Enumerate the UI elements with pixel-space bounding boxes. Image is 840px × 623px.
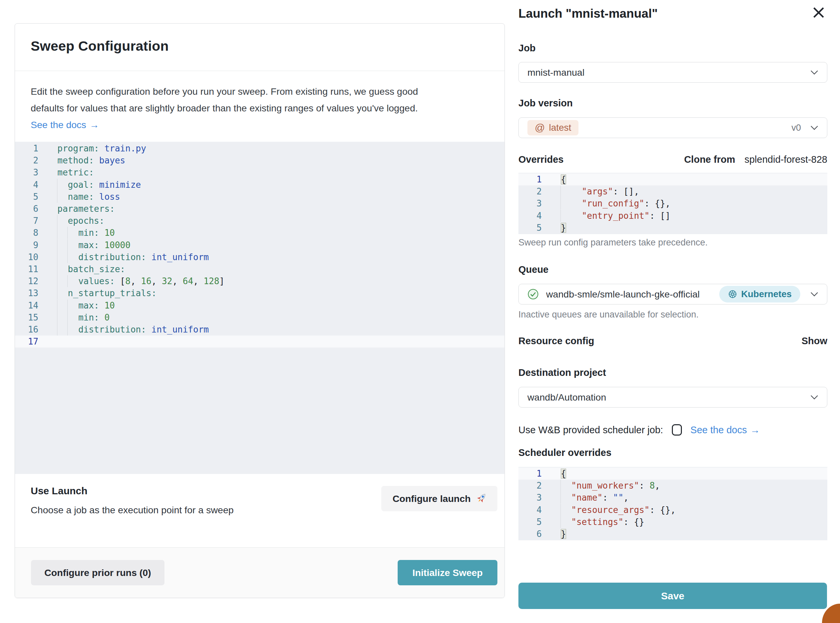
use-launch-section: Use Launch Choose a job as the execution…	[15, 474, 504, 533]
job-select-value: mnist-manual	[527, 67, 585, 78]
kubernetes-badge: Kubernetes	[719, 286, 800, 302]
at-icon: @	[535, 122, 545, 134]
launch-drawer: Launch "mnist-manual" × Job mnist-manual…	[514, 0, 840, 623]
queue-label: Queue	[518, 264, 827, 275]
latest-version-badge: @ latest	[527, 120, 579, 135]
resource-config-row: Resource config Show	[518, 336, 827, 347]
sweep-config-editor[interactable]: 1program: train.py2method: bayes3metric:…	[15, 142, 504, 474]
arrow-right-icon: →	[750, 425, 760, 435]
check-circle-icon	[527, 288, 539, 300]
resource-config-show-button[interactable]: Show	[802, 336, 827, 347]
job-label: Job	[518, 43, 827, 54]
rocket-icon	[473, 490, 489, 506]
save-button[interactable]: Save	[518, 583, 827, 609]
sweep-card-header: Sweep Configuration	[15, 24, 504, 71]
scheduler-overrides-label: Scheduler overrides	[518, 447, 827, 458]
resource-config-label: Resource config	[518, 336, 594, 347]
launch-drawer-title: Launch "mnist-manual"	[518, 7, 827, 21]
initialize-sweep-button[interactable]: Initialize Sweep	[398, 560, 498, 585]
scheduler-overrides-editor[interactable]: 1{2 "num_workers": 8,3 "name": "",4 "res…	[518, 467, 827, 540]
sweep-card-footer: Configure prior runs (0) Initialize Swee…	[15, 547, 504, 598]
destination-project-label: Destination project	[518, 367, 827, 378]
job-version-select[interactable]: @ latest v0	[518, 117, 827, 138]
scheduler-job-row: Use W&B provided scheduler job: See the …	[518, 424, 827, 436]
arrow-right-icon: →	[89, 120, 99, 130]
queue-select[interactable]: wandb-smle/smle-launch-gke-official Kube…	[518, 284, 827, 304]
clone-from-run-name[interactable]: splendid-forest-828	[745, 154, 827, 165]
scheduler-job-label: Use W&B provided scheduler job:	[518, 425, 663, 436]
see-the-docs-link[interactable]: See the docs→	[31, 117, 99, 133]
sweep-configuration-card: Sweep Configuration Edit the sweep confi…	[15, 23, 505, 598]
scheduler-job-checkbox[interactable]	[672, 424, 682, 436]
destination-project-select[interactable]: wandb/Automation	[518, 387, 827, 408]
sweep-card-title: Sweep Configuration	[31, 38, 489, 54]
chevron-down-icon	[810, 126, 819, 130]
overrides-editor[interactable]: 1{2 "args": [],3 "run_config": {},4 "ent…	[518, 173, 827, 234]
job-version-label: Job version	[518, 98, 827, 109]
kubernetes-icon	[728, 290, 737, 299]
scheduler-docs-link[interactable]: See the docs→	[691, 425, 760, 436]
overrides-caption: Sweep run config parameters take precede…	[518, 238, 827, 248]
overrides-label: Overrides	[518, 154, 564, 165]
description-line-2: defaults for values that are slightly br…	[31, 100, 489, 117]
version-number: v0	[791, 123, 801, 133]
chevron-down-icon	[810, 395, 819, 400]
chevron-down-icon	[810, 292, 819, 297]
queue-select-value: wandb-smle/smle-launch-gke-official	[546, 289, 700, 300]
destination-project-value: wandb/Automation	[527, 392, 606, 403]
description-line-1: Edit the sweep configuration before you …	[31, 83, 489, 100]
chevron-down-icon	[810, 70, 819, 75]
configure-prior-runs-button[interactable]: Configure prior runs (0)	[31, 560, 164, 585]
job-select[interactable]: mnist-manual	[518, 62, 827, 83]
overrides-header-row: Overrides Clone from splendid-forest-828	[518, 154, 827, 165]
close-icon[interactable]: ×	[809, 2, 829, 22]
sweep-card-description: Edit the sweep configuration before you …	[15, 71, 504, 133]
configure-launch-button[interactable]: Configure launch	[381, 486, 498, 511]
clone-from-label: Clone from	[684, 154, 735, 165]
queue-caption: Inactive queues are unavailable for sele…	[518, 310, 827, 320]
